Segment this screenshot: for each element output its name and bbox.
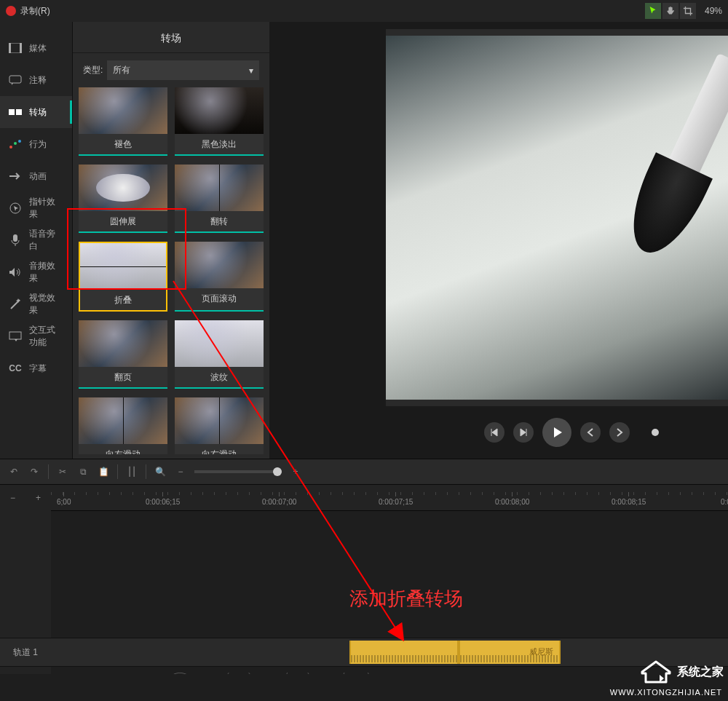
sidebar-item-animation[interactable]: 动画 [0, 160, 72, 192]
zoom-out-button[interactable]: − [174, 465, 187, 478]
collapse-button[interactable]: − [0, 485, 25, 511]
sidebar-item-label: 媒体 [29, 42, 47, 55]
zoom-slider[interactable] [194, 470, 282, 473]
svg-rect-5 [16, 109, 22, 115]
transition-card-ripple[interactable]: 波纹 [175, 320, 264, 389]
zoom-percent[interactable]: 49% [705, 6, 722, 16]
transition-card-fade[interactable]: 褪色 [79, 87, 167, 156]
svg-point-6 [9, 146, 12, 148]
sidebar-item-label: 动画 [29, 170, 47, 183]
svg-rect-3 [9, 76, 21, 83]
sidebar-item-behavior[interactable]: 行为 [0, 128, 72, 160]
sidebar-item-annotation[interactable]: 注释 [0, 64, 72, 96]
skip-fwd-icon [519, 428, 528, 437]
track-row[interactable]: 威尼斯 [51, 638, 728, 667]
pan-tool[interactable] [662, 3, 678, 19]
split-button[interactable]: ⎮⎮ [125, 465, 138, 478]
sidebar-item-cursor[interactable]: 指针效果 [0, 192, 72, 224]
svg-rect-10 [13, 234, 17, 242]
track-label[interactable]: 轨道 1 [0, 638, 51, 667]
transition-card-flip[interactable]: 翻转 [175, 165, 264, 233]
timeline-toolbar: ↶ ↷ ✂ ⧉ 📋 ⎮⎮ 🔍 − + [0, 459, 728, 485]
sidebar-item-interactive[interactable]: 交互式功能 [0, 320, 72, 352]
crop-icon [683, 6, 693, 16]
sidebar-item-label: 字幕 [29, 363, 47, 375]
next-frame-button[interactable] [513, 422, 534, 443]
volume-indicator[interactable] [652, 429, 659, 436]
sidebar-item-audio[interactable]: 音频效果 [0, 256, 72, 288]
undo-button[interactable]: ↶ [7, 465, 20, 478]
card-label: 翻转 [175, 211, 264, 231]
transition-card-blackfade[interactable]: 黑色淡出 [175, 87, 264, 156]
timeline-clip[interactable] [349, 641, 459, 664]
top-toolbar: 录制(R) 49% [0, 0, 728, 22]
redo-button[interactable]: ↷ [28, 465, 41, 478]
svg-rect-4 [9, 109, 15, 115]
skip-back-icon [490, 428, 499, 437]
mic-icon [9, 234, 22, 247]
sidebar-item-label: 语音旁白 [29, 228, 63, 253]
interactive-icon [9, 330, 22, 343]
cut-button[interactable]: ✂ [56, 465, 69, 478]
hand-icon [665, 6, 676, 16]
play-button[interactable] [542, 418, 571, 447]
crop-tool[interactable] [680, 3, 696, 19]
transition-icon [9, 106, 22, 119]
sidebar-item-caption[interactable]: CC 字幕 [0, 352, 72, 384]
select-tool[interactable] [645, 3, 661, 19]
wand-icon [9, 298, 22, 311]
timeline-track-headers: − + 轨道 1 [0, 485, 51, 674]
sidebar-item-media[interactable]: 媒体 [0, 32, 72, 64]
preview-canvas[interactable] [386, 29, 728, 406]
timeline: ↶ ↷ ✂ ⧉ 📋 ⎮⎮ 🔍 − + − + 轨道 1 6;00 0:00:06… [0, 459, 728, 701]
record-button[interactable]: 录制(R) [6, 5, 50, 17]
sidebar-item-transition[interactable]: 转场 [0, 96, 72, 128]
type-select[interactable]: 所有 ▾ [107, 60, 259, 80]
tick-label: 0:00:08;15 [612, 498, 646, 506]
card-label: 向右滑动 [175, 444, 264, 454]
card-label: 圆伸展 [79, 211, 167, 231]
svg-rect-2 [20, 43, 22, 53]
card-label: 向左滑动 [79, 444, 167, 454]
tick-label: 0:00:09;00 [721, 498, 728, 506]
sidebar-item-label: 音频效果 [29, 260, 63, 285]
tick-label: 6;00 [57, 498, 71, 506]
copy-button[interactable]: ⧉ [76, 465, 90, 478]
paste-button[interactable]: 📋 [97, 465, 110, 478]
prev-clip-button[interactable] [580, 422, 601, 443]
tick-label: 0:00:06;15 [146, 498, 180, 506]
timeline-ruler[interactable]: 6;00 0:00:06;15 0:00:07;00 0:00:07;15 0:… [51, 485, 728, 511]
timeline-tracks[interactable]: 6;00 0:00:06;15 0:00:07;00 0:00:07;15 0:… [51, 485, 728, 674]
playback-controls [484, 406, 659, 459]
sidebar-item-visual[interactable]: 视觉效果 [0, 288, 72, 320]
card-label: 翻页 [79, 367, 167, 387]
type-value: 所有 [113, 64, 130, 76]
panel-title: 转场 [73, 22, 269, 53]
transition-card-pageturn[interactable]: 翻页 [79, 320, 167, 389]
transition-card-fold[interactable]: 折叠 [79, 242, 167, 312]
transition-card-slideright[interactable]: 向右滑动 [175, 397, 264, 454]
sidebar-item-voiceover[interactable]: 语音旁白 [0, 224, 72, 256]
sidebar-item-label: 交互式功能 [29, 324, 63, 349]
add-track-button[interactable]: + [25, 485, 51, 511]
next-clip-button[interactable] [609, 422, 630, 443]
sidebar-item-label: 指针效果 [29, 196, 63, 221]
prev-frame-button[interactable] [484, 422, 505, 443]
record-label: 录制(R) [20, 5, 50, 17]
cc-icon: CC [9, 362, 22, 375]
transition-card-circle[interactable]: 圆伸展 [79, 165, 167, 233]
transition-card-pagescroll[interactable]: 页面滚动 [175, 242, 264, 312]
sidebar-item-label: 注释 [29, 74, 47, 87]
card-label: 褪色 [79, 134, 167, 154]
tick-label: 0:00:07;00 [262, 498, 296, 506]
annotation-icon [9, 74, 22, 87]
transition-card-slideleft[interactable]: 向左滑动 [79, 397, 167, 454]
behavior-icon [9, 138, 22, 151]
transition-panel: 转场 类型: 所有 ▾ 褪色 黑色淡出 圆伸展 翻转 折叠 页面滚动 翻页 波纹… [73, 22, 269, 459]
cursor-icon [648, 6, 658, 16]
house-icon [639, 659, 673, 685]
zoom-search-icon[interactable]: 🔍 [154, 465, 167, 478]
zoom-in-button[interactable]: + [289, 465, 302, 478]
timeline-clip[interactable]: 威尼斯 [459, 641, 561, 664]
chevron-left-icon [587, 428, 594, 437]
